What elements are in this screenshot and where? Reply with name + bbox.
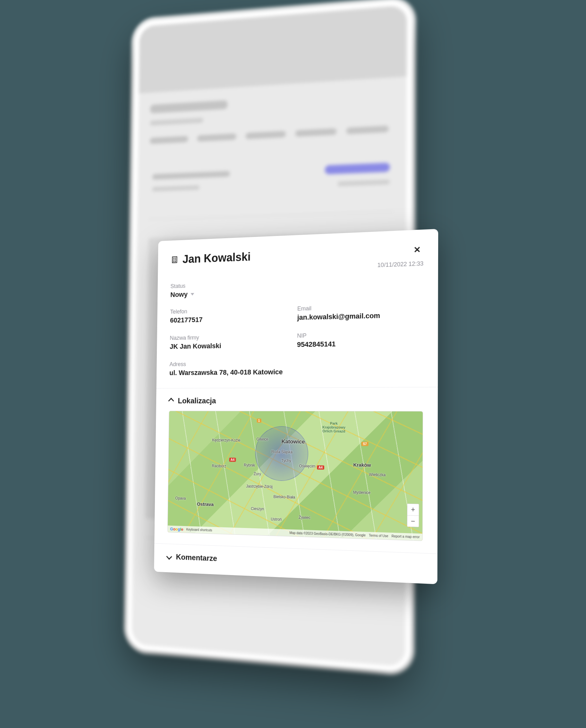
map-city-label: Oświęcim [299,464,315,469]
contact-name: Jan Kowalski [182,250,251,266]
comments-section-toggle[interactable]: Komentarze [167,552,423,571]
map-city-label: Ruda Śląska [271,450,293,454]
map-city-label: Jastrzębie-Zdrój [246,484,273,489]
map-city-label: Cieszyn [251,506,264,511]
map-city-label: Katowice [281,439,305,445]
contact-detail-card: Jan Kowalski ✕ 10/11/2022 12:33 Status N… [154,229,438,584]
map-city-label: Ustroń [271,517,282,522]
map-park-label: Park Krajobrazowy Orlich Gniazd [322,421,345,433]
map-attribution-bar: Google Keyboard shortcuts Map data ©2023… [168,525,422,541]
map-keyboard-shortcuts-link[interactable]: Keyboard shortcuts [186,528,212,532]
map-report-error-link[interactable]: Report a map error [392,535,420,539]
comments-section-title: Komentarze [176,552,217,563]
location-map[interactable]: Park Krajobrazowy Orlich Gniazd 1 A4 A4 … [167,411,423,541]
map-road-badge: A4 [229,458,236,462]
chevron-down-icon [166,554,172,560]
map-city-label: Ostrava [197,501,214,507]
map-city-label: Myślenice [353,490,370,495]
email-value: jan.kowalski@gmail.com [297,311,423,322]
map-road-badge: S7 [361,442,369,446]
status-value: Nowy [170,290,188,299]
map-city-label: Żywiec [299,515,311,520]
map-data-attribution: Map data ©2023 GeoBasis-DE/BKG (©2009), … [289,531,366,537]
map-city-label: Kędzierzyn-Koźle [212,438,240,443]
map-city-label: Żory [254,472,261,476]
map-city-label: Gliwice [256,437,268,442]
address-value: ul. Warszawska 78, 40-018 Katowice [169,366,423,377]
map-zoom-in-button[interactable]: + [407,504,419,516]
map-terms-link[interactable]: Terms of Use [369,534,388,538]
map-zoom-controls: + − [407,503,419,527]
map-city-label: Opava [175,496,186,500]
map-city-label: Racibórz [212,464,226,468]
map-zoom-out-button[interactable]: − [407,515,419,527]
building-icon [171,256,178,264]
company-value: JK Jan Kowalski [170,341,288,351]
location-section-title: Lokalizacja [178,396,216,405]
chevron-up-icon [168,398,174,404]
address-label: Adress [169,358,423,368]
map-city-label: Bielsko-Biała [274,494,295,499]
map-city-label: Tychy [281,459,291,463]
map-road-badge: 1 [257,419,262,423]
google-logo: Google [170,526,184,531]
phone-value: 602177517 [170,314,288,325]
caret-down-icon [191,293,194,295]
map-city-label: Kraków [353,462,371,468]
map-road-badge: A4 [317,465,324,470]
nip-label: NIP [297,330,423,339]
close-button[interactable]: ✕ [411,243,423,256]
company-label: Nazwa firmy [170,333,288,341]
map-city-label: Rybnik [244,463,255,467]
location-section-toggle[interactable]: Lokalizacja [169,396,423,405]
nip-value: 9542845141 [297,339,423,349]
map-city-label: Wieliczka [369,472,386,477]
